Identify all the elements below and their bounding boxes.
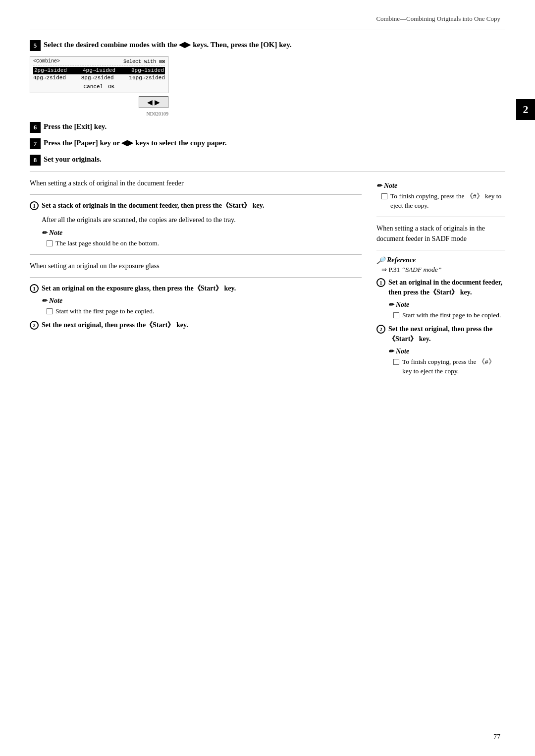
circle1-sadf-item: 1 Set an original in the document feeder…	[376, 278, 505, 297]
step7-text: Press the [Paper] key or ◀▶ keys to sele…	[44, 138, 227, 148]
circle1-doc-num: 1	[30, 201, 39, 210]
note-right1-checkbox	[381, 193, 387, 199]
after-scan-text: After all the originals are scanned, the…	[42, 215, 362, 225]
top-rule	[30, 30, 505, 30]
chapter-number: 2	[523, 103, 529, 116]
note-right1-block: ✏ Note To finish copying, press the 《#》 …	[376, 182, 505, 211]
arrow-buttons-area: ◀ ▶	[30, 96, 168, 108]
step7-block: 7 Press the [Paper] key or ◀▶ keys to se…	[30, 138, 505, 149]
note-sadf1-icon: ✏	[388, 301, 394, 309]
lcd-title-right: Select with ⊞⊠	[123, 58, 165, 64]
divider3	[30, 254, 362, 255]
circle1-sadf-text: Set an original in the document feeder, …	[388, 278, 505, 297]
sadf-section-label: When setting a stack of originals in the…	[376, 223, 505, 244]
step6-header: 6 Press the [Exit] key.	[30, 121, 505, 133]
arrow-button: ◀ ▶	[139, 96, 168, 108]
lcd-r2c2: 8pg→2sided	[81, 74, 114, 82]
right-column: ✏ Note To finish copying, press the 《#》 …	[376, 178, 505, 380]
circle2-sadf-text: Set the next original, then press the《St…	[388, 324, 505, 344]
note-exp-title: ✏ Note	[42, 297, 362, 305]
lcd-title-row: <Combine> Select with ⊞⊠	[33, 58, 165, 66]
note-sadf2-icon: ✏	[388, 348, 394, 355]
lcd-r1c3: 8pg→1sided	[131, 67, 164, 74]
lcd-r2c3: 16pg→2sided	[129, 74, 165, 82]
note-exp-icon: ✏	[42, 297, 47, 305]
right-divider2	[376, 250, 505, 250]
ref-icon: 🔎	[376, 256, 385, 265]
step6-text: Press the [Exit] key.	[44, 121, 107, 132]
step8-block: 8 Set your originals.	[30, 154, 505, 166]
note-icon: ✏	[42, 229, 47, 237]
step6-num: 6	[30, 122, 41, 133]
ref-content: ⇒ P.31 “SADF mode”	[381, 266, 505, 274]
circle1-exp-text: Set an original on the exposure glass, t…	[42, 284, 236, 293]
header: Combine—Combining Originals into One Cop…	[376, 15, 500, 23]
note-exp-checkbox	[47, 308, 53, 314]
step5-block: 5 Select the desired combine modes with …	[30, 40, 505, 116]
step6-block: 6 Press the [Exit] key.	[30, 121, 505, 133]
circle2-exp-item: 2 Set the next original, then press the《…	[30, 320, 362, 330]
circle2-exp-text: Set the next original, then press the《St…	[42, 320, 188, 330]
note-sadf2-item: To finish copying, press the 《#》 key to …	[393, 357, 505, 376]
note-checkbox	[47, 240, 53, 246]
note-right1-item: To finish copying, press the 《#》 key to …	[381, 192, 505, 211]
circle1-exp-num: 1	[30, 284, 39, 293]
circle1-doc-text: Set a stack of originals in the document…	[42, 201, 265, 211]
note-doc-item: The last page should be on the bottom.	[47, 239, 362, 248]
lcd-row1: 2pg→1sided 4pg→1sided 8pg→1sided	[33, 67, 165, 74]
note-doc-title: ✏ Note	[42, 229, 362, 237]
step5-header: 5 Select the desired combine modes with …	[30, 40, 505, 51]
page-number: 77	[493, 733, 500, 741]
note-sadf2-checkbox	[393, 359, 399, 365]
lcd-r1c1: 2pg→1sided	[34, 67, 67, 74]
lcd-ok: OK	[108, 83, 114, 91]
note-sadf1-item: Start with the first page to be copied.	[393, 311, 505, 320]
lcd-buttons-row: Cancel OK	[33, 83, 165, 91]
step5-num: 5	[30, 40, 41, 51]
lcd-display: <Combine> Select with ⊞⊠ 2pg→1sided 4pg→…	[30, 56, 168, 93]
content-area: 5 Select the desired combine modes with …	[30, 40, 505, 726]
circle1-exp-item: 1 Set an original on the exposure glass,…	[30, 284, 362, 293]
note-exp-item: Start with the first page to be copied.	[47, 307, 362, 316]
note-sadf1-checkbox	[393, 312, 399, 318]
ref-title: 🔎 Reference	[376, 256, 505, 265]
circle2-sadf-num: 2	[376, 325, 385, 334]
chapter-tab: 2	[516, 99, 535, 120]
two-col-content: When setting a stack of original in the …	[30, 178, 505, 380]
step8-num: 8	[30, 155, 41, 166]
note-right1-title: ✏ Note	[376, 182, 505, 190]
note-sadf1-title: ✏ Note	[388, 301, 505, 309]
note-sadf2-title: ✏ Note	[388, 348, 505, 355]
ref-text: P.31 “SADF mode”	[388, 266, 441, 273]
lcd-r1c2: 4pg→1sided	[83, 67, 115, 74]
lcd-row2: 4pg→2sided 8pg→2sided 16pg→2sided	[33, 74, 165, 82]
note-exp-block: ✏ Note Start with the first page to be c…	[42, 297, 362, 316]
divider1	[30, 172, 505, 172]
lcd-r2c1: 4pg→2sided	[33, 74, 66, 82]
left-column: When setting a stack of original in the …	[30, 178, 362, 380]
lcd-cancel: Cancel	[84, 83, 104, 91]
page: Combine—Combining Originals into One Cop…	[0, 0, 535, 756]
divider2	[30, 194, 362, 195]
divider4	[30, 277, 362, 278]
circle1-sadf-num: 1	[376, 278, 385, 287]
note-right1-icon: ✏	[376, 182, 382, 190]
right-divider1	[376, 217, 505, 217]
ref-arrow: ⇒	[381, 266, 387, 273]
note-sadf2-block: ✏ Note To finish copying, press the 《#》 …	[388, 348, 505, 376]
note-doc-block: ✏ Note The last page should be on the bo…	[42, 229, 362, 248]
image-ref: ND020109	[30, 111, 168, 116]
step8-header: 8 Set your originals.	[30, 154, 505, 166]
step5-text: Select the desired combine modes with th…	[44, 40, 292, 50]
circle2-exp-num: 2	[30, 321, 39, 330]
circle2-sadf-item: 2 Set the next original, then press the《…	[376, 324, 505, 344]
doc-feeder-section-label: When setting a stack of original in the …	[30, 178, 362, 188]
exposure-section-label: When setting an original on the exposure…	[30, 261, 362, 271]
step8-text: Set your originals.	[44, 154, 102, 165]
reference-block: 🔎 Reference ⇒ P.31 “SADF mode”	[376, 256, 505, 274]
circle1-doc-item: 1 Set a stack of originals in the docume…	[30, 201, 362, 211]
step7-header: 7 Press the [Paper] key or ◀▶ keys to se…	[30, 138, 505, 149]
header-title: Combine—Combining Originals into One Cop…	[376, 15, 500, 22]
step7-num: 7	[30, 138, 41, 149]
lcd-title-left: <Combine>	[33, 58, 60, 64]
